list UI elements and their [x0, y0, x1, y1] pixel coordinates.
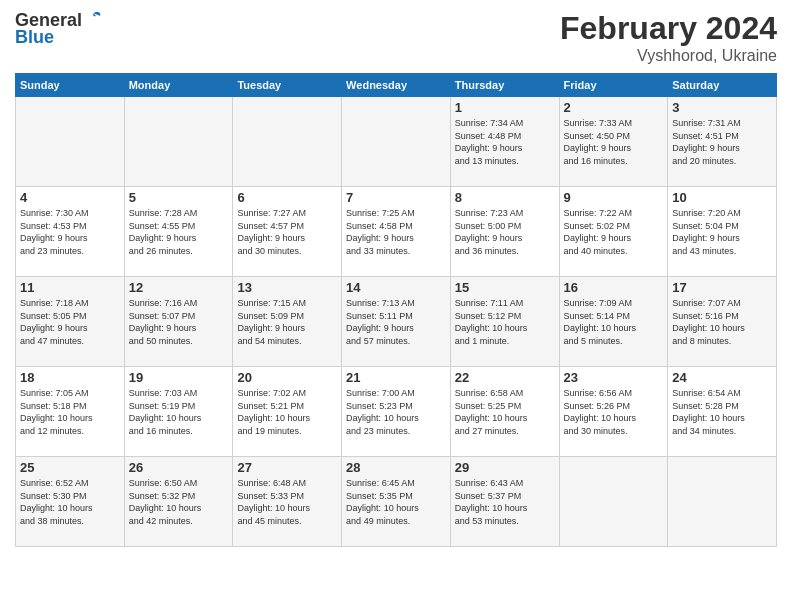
day-cell [124, 97, 233, 187]
day-cell: 29Sunrise: 6:43 AM Sunset: 5:37 PM Dayli… [450, 457, 559, 547]
day-number: 16 [564, 280, 664, 295]
day-info: Sunrise: 6:50 AM Sunset: 5:32 PM Dayligh… [129, 477, 229, 527]
week-row-1: 4Sunrise: 7:30 AM Sunset: 4:53 PM Daylig… [16, 187, 777, 277]
day-number: 13 [237, 280, 337, 295]
calendar-location: Vyshhorod, Ukraine [560, 47, 777, 65]
day-info: Sunrise: 6:45 AM Sunset: 5:35 PM Dayligh… [346, 477, 446, 527]
day-cell: 13Sunrise: 7:15 AM Sunset: 5:09 PM Dayli… [233, 277, 342, 367]
day-number: 17 [672, 280, 772, 295]
day-cell: 27Sunrise: 6:48 AM Sunset: 5:33 PM Dayli… [233, 457, 342, 547]
day-info: Sunrise: 7:33 AM Sunset: 4:50 PM Dayligh… [564, 117, 664, 167]
header-saturday: Saturday [668, 74, 777, 97]
day-cell: 26Sunrise: 6:50 AM Sunset: 5:32 PM Dayli… [124, 457, 233, 547]
header-thursday: Thursday [450, 74, 559, 97]
day-cell: 12Sunrise: 7:16 AM Sunset: 5:07 PM Dayli… [124, 277, 233, 367]
day-number: 4 [20, 190, 120, 205]
header-sunday: Sunday [16, 74, 125, 97]
day-number: 20 [237, 370, 337, 385]
day-cell: 19Sunrise: 7:03 AM Sunset: 5:19 PM Dayli… [124, 367, 233, 457]
day-cell: 10Sunrise: 7:20 AM Sunset: 5:04 PM Dayli… [668, 187, 777, 277]
day-cell: 1Sunrise: 7:34 AM Sunset: 4:48 PM Daylig… [450, 97, 559, 187]
day-number: 19 [129, 370, 229, 385]
day-number: 18 [20, 370, 120, 385]
day-cell: 28Sunrise: 6:45 AM Sunset: 5:35 PM Dayli… [342, 457, 451, 547]
day-number: 14 [346, 280, 446, 295]
day-number: 23 [564, 370, 664, 385]
day-info: Sunrise: 6:52 AM Sunset: 5:30 PM Dayligh… [20, 477, 120, 527]
day-cell [559, 457, 668, 547]
day-info: Sunrise: 7:28 AM Sunset: 4:55 PM Dayligh… [129, 207, 229, 257]
header-monday: Monday [124, 74, 233, 97]
day-number: 7 [346, 190, 446, 205]
logo-blue-text: Blue [15, 27, 54, 48]
day-number: 27 [237, 460, 337, 475]
day-number: 28 [346, 460, 446, 475]
header-row: SundayMondayTuesdayWednesdayThursdayFrid… [16, 74, 777, 97]
day-info: Sunrise: 7:05 AM Sunset: 5:18 PM Dayligh… [20, 387, 120, 437]
day-cell: 6Sunrise: 7:27 AM Sunset: 4:57 PM Daylig… [233, 187, 342, 277]
logo: General Blue [15, 10, 104, 48]
day-number: 12 [129, 280, 229, 295]
day-number: 1 [455, 100, 555, 115]
day-cell: 17Sunrise: 7:07 AM Sunset: 5:16 PM Dayli… [668, 277, 777, 367]
day-number: 29 [455, 460, 555, 475]
day-number: 8 [455, 190, 555, 205]
day-number: 3 [672, 100, 772, 115]
day-cell: 7Sunrise: 7:25 AM Sunset: 4:58 PM Daylig… [342, 187, 451, 277]
title-block: February 2024 Vyshhorod, Ukraine [560, 10, 777, 65]
day-info: Sunrise: 7:18 AM Sunset: 5:05 PM Dayligh… [20, 297, 120, 347]
day-cell: 24Sunrise: 6:54 AM Sunset: 5:28 PM Dayli… [668, 367, 777, 457]
day-info: Sunrise: 6:56 AM Sunset: 5:26 PM Dayligh… [564, 387, 664, 437]
day-cell [668, 457, 777, 547]
day-cell [233, 97, 342, 187]
day-number: 2 [564, 100, 664, 115]
day-cell: 14Sunrise: 7:13 AM Sunset: 5:11 PM Dayli… [342, 277, 451, 367]
day-cell: 8Sunrise: 7:23 AM Sunset: 5:00 PM Daylig… [450, 187, 559, 277]
day-info: Sunrise: 7:13 AM Sunset: 5:11 PM Dayligh… [346, 297, 446, 347]
day-number: 5 [129, 190, 229, 205]
day-info: Sunrise: 6:43 AM Sunset: 5:37 PM Dayligh… [455, 477, 555, 527]
day-number: 22 [455, 370, 555, 385]
day-info: Sunrise: 7:11 AM Sunset: 5:12 PM Dayligh… [455, 297, 555, 347]
day-cell: 15Sunrise: 7:11 AM Sunset: 5:12 PM Dayli… [450, 277, 559, 367]
day-cell: 5Sunrise: 7:28 AM Sunset: 4:55 PM Daylig… [124, 187, 233, 277]
day-cell: 21Sunrise: 7:00 AM Sunset: 5:23 PM Dayli… [342, 367, 451, 457]
logo-bird-icon [84, 9, 104, 29]
day-number: 10 [672, 190, 772, 205]
day-cell: 25Sunrise: 6:52 AM Sunset: 5:30 PM Dayli… [16, 457, 125, 547]
day-cell: 16Sunrise: 7:09 AM Sunset: 5:14 PM Dayli… [559, 277, 668, 367]
day-cell: 3Sunrise: 7:31 AM Sunset: 4:51 PM Daylig… [668, 97, 777, 187]
page-header: General Blue February 2024 Vyshhorod, Uk… [15, 10, 777, 65]
day-info: Sunrise: 7:02 AM Sunset: 5:21 PM Dayligh… [237, 387, 337, 437]
day-info: Sunrise: 7:09 AM Sunset: 5:14 PM Dayligh… [564, 297, 664, 347]
day-cell: 18Sunrise: 7:05 AM Sunset: 5:18 PM Dayli… [16, 367, 125, 457]
calendar-title: February 2024 [560, 10, 777, 47]
week-row-3: 18Sunrise: 7:05 AM Sunset: 5:18 PM Dayli… [16, 367, 777, 457]
week-row-4: 25Sunrise: 6:52 AM Sunset: 5:30 PM Dayli… [16, 457, 777, 547]
day-info: Sunrise: 7:23 AM Sunset: 5:00 PM Dayligh… [455, 207, 555, 257]
header-tuesday: Tuesday [233, 74, 342, 97]
week-row-2: 11Sunrise: 7:18 AM Sunset: 5:05 PM Dayli… [16, 277, 777, 367]
day-cell: 11Sunrise: 7:18 AM Sunset: 5:05 PM Dayli… [16, 277, 125, 367]
day-info: Sunrise: 7:15 AM Sunset: 5:09 PM Dayligh… [237, 297, 337, 347]
day-number: 25 [20, 460, 120, 475]
day-info: Sunrise: 7:25 AM Sunset: 4:58 PM Dayligh… [346, 207, 446, 257]
day-number: 21 [346, 370, 446, 385]
day-cell: 9Sunrise: 7:22 AM Sunset: 5:02 PM Daylig… [559, 187, 668, 277]
day-cell: 22Sunrise: 6:58 AM Sunset: 5:25 PM Dayli… [450, 367, 559, 457]
day-number: 11 [20, 280, 120, 295]
day-info: Sunrise: 6:48 AM Sunset: 5:33 PM Dayligh… [237, 477, 337, 527]
day-info: Sunrise: 7:16 AM Sunset: 5:07 PM Dayligh… [129, 297, 229, 347]
header-friday: Friday [559, 74, 668, 97]
day-cell: 4Sunrise: 7:30 AM Sunset: 4:53 PM Daylig… [16, 187, 125, 277]
day-number: 6 [237, 190, 337, 205]
day-number: 9 [564, 190, 664, 205]
header-wednesday: Wednesday [342, 74, 451, 97]
day-info: Sunrise: 7:30 AM Sunset: 4:53 PM Dayligh… [20, 207, 120, 257]
day-info: Sunrise: 7:00 AM Sunset: 5:23 PM Dayligh… [346, 387, 446, 437]
day-info: Sunrise: 6:58 AM Sunset: 5:25 PM Dayligh… [455, 387, 555, 437]
day-number: 26 [129, 460, 229, 475]
day-info: Sunrise: 7:20 AM Sunset: 5:04 PM Dayligh… [672, 207, 772, 257]
day-cell: 23Sunrise: 6:56 AM Sunset: 5:26 PM Dayli… [559, 367, 668, 457]
day-cell [342, 97, 451, 187]
